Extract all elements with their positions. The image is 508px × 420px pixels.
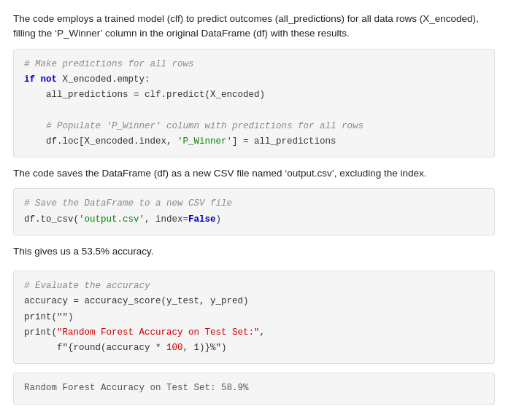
string-pwinner: 'P_Winner'	[177, 136, 232, 147]
code-line-tocsv: df.to_csv('output.csv', index=False)	[24, 212, 484, 228]
code-line-fstring: f"{round(accuracy * 100, 1)}%")	[24, 341, 484, 356]
keyword-false: False	[188, 214, 216, 225]
string-100: 100	[166, 343, 183, 353]
code-comment-eval: # Evaluate the accuracy	[24, 279, 484, 294]
code-comment-1: # Make predictions for all rows	[24, 57, 484, 72]
code-line-allpred: all_predictions = clf.predict(X_encoded)	[24, 88, 484, 103]
string-rfa-label: "Random Forest Accuracy on Test Set:"	[57, 327, 260, 338]
code-comment-2: # Populate 'P_Winner' column with predic…	[24, 119, 484, 134]
prose-paragraph-1: The code employs a trained model (clf) t…	[13, 12, 495, 42]
output-accuracy-text: Random Forest Accuracy on Test Set: 58.9…	[24, 381, 484, 396]
code-line-print-empty: print("")	[24, 310, 484, 325]
prose-paragraph-2: The code saves the DataFrame (df) as a n…	[13, 166, 495, 181]
prose-paragraph-3: This gives us a 53.5% accuracy.	[13, 244, 495, 259]
string-output-csv: 'output.csv'	[79, 214, 145, 225]
keyword-if-not: if not	[24, 74, 57, 85]
code-block-save-csv: # Save the DataFrame to a new CSV file d…	[13, 188, 495, 236]
code-line-if: if not X_encoded.empty:	[24, 72, 484, 88]
code-line-accuracy-score: accuracy = accuracy_score(y_test, y_pred…	[24, 294, 484, 309]
code-block-predictions: # Make predictions for all rows if not X…	[13, 49, 495, 158]
code-line-blank1	[24, 103, 484, 118]
code-line-print-rfa: print("Random Forest Accuracy on Test Se…	[24, 325, 484, 341]
code-comment-save: # Save the DataFrame to a new CSV file	[24, 196, 484, 211]
output-block-accuracy: Random Forest Accuracy on Test Set: 58.9…	[13, 373, 495, 404]
code-line-dfloc: df.loc[X_encoded.index, 'P_Winner'] = al…	[24, 134, 484, 149]
code-block-accuracy: # Evaluate the accuracy accuracy = accur…	[13, 271, 495, 364]
